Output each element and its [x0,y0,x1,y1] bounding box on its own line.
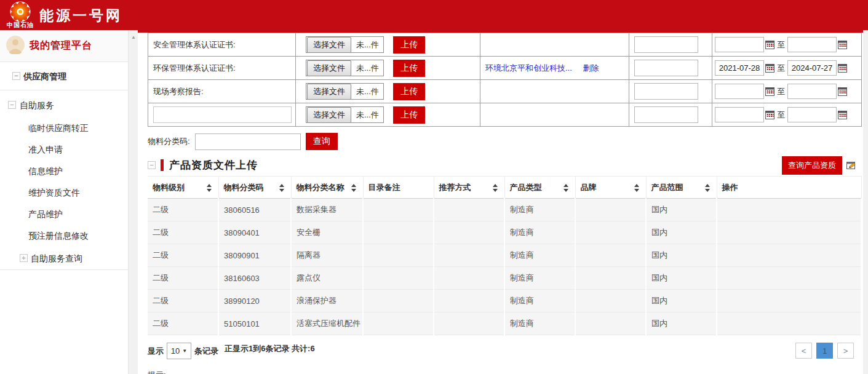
upload-row-custom: : [+] 选择文件未...件 上传 至 [148,103,862,127]
query-product-qualification-button[interactable]: 查询产品资质 [782,156,842,175]
page-1-button[interactable]: 1 [816,343,833,359]
remark-input[interactable] [634,106,698,123]
valid-to-input[interactable] [787,37,837,52]
page-size-select[interactable]: 10 ▼ [167,343,191,359]
table-row: 二级51050101活塞式压缩机配件制造商国内 [148,312,861,335]
upload-button[interactable]: 上传 [393,36,425,54]
date-to-label: 至 [777,39,785,50]
table-cell [363,199,434,221]
choose-file-button[interactable]: 选择文件 [307,37,351,53]
sidebar-item-self-service[interactable]: − 自助服务 [0,93,128,117]
sidebar-item-product-maintenance[interactable]: 产品维护 [0,204,128,225]
calendar-icon[interactable] [765,41,774,49]
table-cell [717,312,861,335]
material-code-input[interactable] [195,133,301,150]
table-cell: 制造商 [504,312,575,335]
table-row: 二级38060516数据采集器制造商国内 [148,199,861,221]
expand-icon[interactable]: + [20,254,28,262]
prev-page-button[interactable]: < [795,343,812,359]
file-input[interactable]: 选择文件未...件 [306,36,384,53]
file-input[interactable]: 选择文件未...件 [306,106,384,123]
uploaded-file-cell [480,33,629,57]
collapse-icon[interactable]: − [12,72,20,80]
table-row: 二级38160603露点仪制造商国内 [148,267,861,290]
sidebar-item-access-application[interactable]: 准入申请 [0,139,128,161]
valid-to-input[interactable] [787,107,837,122]
calendar-icon[interactable] [838,111,847,119]
calendar-icon[interactable] [838,87,847,96]
table-cell [363,290,434,312]
valid-from-input[interactable] [715,107,764,122]
sidebar-item-temp-supplier-conversion[interactable]: 临时供应商转正 [0,117,128,139]
page-scrollbar[interactable] [863,30,868,374]
sidebar-item-info-maintenance[interactable]: 信息维护 [0,161,128,182]
calendar-icon[interactable] [838,64,847,73]
sidebar-item-preregistration-modify[interactable]: 预注册信息修改 [0,225,128,247]
table-row: 二级38990120浪涌保护器制造商国内 [148,290,861,312]
file-input[interactable]: 选择文件未...件 [306,60,384,76]
collapse-icon[interactable]: − [148,161,156,169]
column-header-material-level[interactable]: 物料级别 [148,177,218,199]
column-header-product-type[interactable]: 产品类型 [504,177,575,199]
sidebar-item-qualification-files[interactable]: 维护资质文件 [0,182,128,204]
calendar-icon[interactable] [765,64,774,73]
valid-from-input[interactable] [715,60,764,76]
date-to-label: 至 [777,63,785,74]
custom-certificate-name-input[interactable] [153,106,292,123]
collapse-icon[interactable]: − [8,101,16,109]
calendar-icon[interactable] [765,111,774,119]
sort-icon [493,184,498,192]
table-cell: 二级 [148,221,218,244]
sidebar-scrollbar[interactable]: ▲ [128,30,138,374]
scroll-up-icon[interactable]: ▲ [129,33,138,42]
upload-button[interactable]: 上传 [393,60,425,77]
remark-input[interactable] [634,60,698,76]
main-content: 安全管理体系认证证书: 选择文件未...件 上传 至 环保管理体系认证证书: [138,30,863,374]
table-cell: 38160603 [218,267,291,290]
valid-to-input[interactable] [787,84,837,99]
edit-note-icon[interactable] [846,160,857,171]
file-input[interactable]: 选择文件未...件 [306,83,384,100]
sidebar-menu: − 供应商管理 − 自助服务 临时供应商转正 准入申请 信息维护 维护资质文件 … [0,62,128,270]
upload-button[interactable]: 上传 [393,106,425,124]
calendar-icon[interactable] [838,41,847,49]
table-cell: 浪涌保护器 [291,290,363,312]
table-cell: 数据采集器 [291,199,363,221]
table-cell: 38990120 [218,290,291,312]
row-label: : [+] [148,103,296,127]
remark-input[interactable] [634,36,698,53]
valid-from-input[interactable] [715,37,764,52]
column-header-product-scope[interactable]: 产品范围 [646,177,717,199]
table-cell [575,199,646,221]
choose-file-button[interactable]: 选择文件 [307,60,351,76]
row-label: 安全管理体系认证证书: [148,33,296,57]
valid-from-input[interactable] [715,84,764,99]
column-header-material-code[interactable]: 物料分类码 [218,177,291,199]
column-header-recommend-method[interactable]: 推荐方式 [434,177,504,199]
choose-file-button[interactable]: 选择文件 [307,84,351,100]
column-header-material-name[interactable]: 物料分类名称 [291,177,363,199]
query-button[interactable]: 查询 [306,133,338,150]
material-code-search: 物料分类码: 查询 [148,133,863,150]
uploaded-file-link[interactable]: 环境北京平和创业科技... [485,63,572,73]
table-cell [434,312,504,335]
valid-to-input[interactable] [787,60,837,76]
table-cell [434,199,504,221]
delete-file-link[interactable]: 删除 [583,63,599,73]
logo-caption: 中国石油 [2,21,38,30]
sidebar-item-supplier-management[interactable]: − 供应商管理 [0,62,128,90]
column-header-brand[interactable]: 品牌 [575,177,646,199]
row-label: 环保管理体系认证证书: [148,57,296,80]
file-status-text: 未...件 [352,86,383,97]
remark-input[interactable] [634,83,698,100]
sidebar-item-self-service-query[interactable]: + 自助服务查询 [0,247,128,270]
upload-row-safety: 安全管理体系认证证书: 选择文件未...件 上传 至 [148,33,862,57]
calendar-icon[interactable] [765,87,774,96]
choose-file-button[interactable]: 选择文件 [307,107,351,123]
table-cell [363,312,434,335]
upload-button[interactable]: 上传 [393,83,425,100]
next-page-button[interactable]: > [837,343,854,359]
table-cell [575,290,646,312]
section-accent-bar [161,159,164,171]
table-cell [717,244,861,267]
